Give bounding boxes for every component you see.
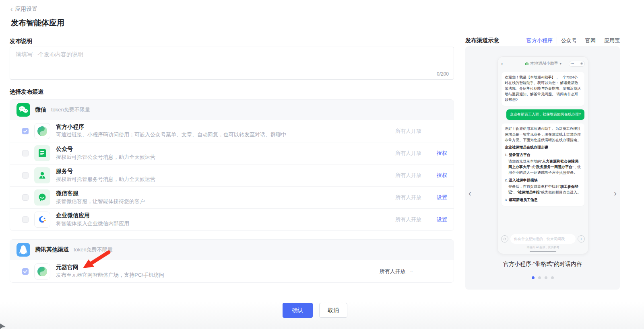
access-scope: 所有人开放 bbox=[395, 172, 421, 179]
agent-app-icon bbox=[34, 123, 50, 139]
access-scope: 所有人开放 bbox=[395, 194, 421, 201]
tab-mini-program[interactable]: 官方小程序 bbox=[522, 37, 557, 44]
channel-title: 公众号 bbox=[56, 145, 395, 153]
authorize-link[interactable]: 授权 bbox=[436, 172, 447, 179]
pagination-dot-3[interactable] bbox=[545, 276, 547, 279]
wechat-channel-card: 微信 token免费不限量 官方小程序 可通过链接、小程序码访问使用；可嵌入公众… bbox=[10, 99, 454, 231]
reply-intro: 您好！欢迎使用本地通AI助手。为新员工办理社保增员是一项常见业务，现在通过线上渠… bbox=[505, 126, 581, 143]
settings-link[interactable]: 设置 bbox=[436, 216, 447, 223]
channel-row-wechat-service: 微信客服 接管微信客服，让智能体接待您的客户 所有人开放 设置 bbox=[10, 186, 454, 208]
channel-desc: 接管微信客服，让智能体接待您的客户 bbox=[56, 198, 395, 206]
preview-header: 发布渠道示意 官方小程序 公众号 官网 应用宝 bbox=[465, 37, 620, 44]
channel-title: 官方小程序 bbox=[56, 123, 395, 131]
footer-bar: 确认 取消 bbox=[0, 302, 644, 329]
tab-official-account[interactable]: 公众号 bbox=[557, 37, 581, 44]
channel-row-official-account: 公众号 授权后可托管公众号消息，助力全天候运营 所有人开放 授权 bbox=[10, 142, 454, 164]
assistant-welcome-message: 欢迎您！我是【本地通AI助手】，一个7x24小时在线的智能助手。我可以为您： 解… bbox=[502, 72, 584, 106]
phone-mockup: ‹ 本地通AI小助手 ▾ ••• ◉ 欢迎您！我是【本地通AI助手】，一个7x2… bbox=[497, 56, 588, 254]
checkbox-official-account[interactable] bbox=[22, 150, 29, 156]
publish-agent-page: ‹ 应用设置 发布智能体应用 发布说明 0/200 选择发布渠道 微信 toke… bbox=[0, 0, 644, 329]
preview-caption: 官方小程序-“带格式”的对话内容 bbox=[465, 261, 620, 268]
preview-title: 发布渠道示意 bbox=[465, 37, 499, 44]
checkbox-service-account[interactable] bbox=[22, 172, 29, 179]
pagination-dot-1[interactable] bbox=[532, 276, 535, 279]
token-badge: token免费不限量 bbox=[74, 246, 113, 253]
reply-step-3: 3. 填写新增员工信息 bbox=[505, 197, 581, 203]
plus-icon[interactable]: + bbox=[578, 235, 585, 243]
qq-icon bbox=[17, 243, 30, 257]
phone-input-row: 你有什么想知道的，快来问问我 + bbox=[498, 232, 588, 244]
channel-desc: 可通过链接、小程序码访问使用；可嵌入公众号菜单、文章、自动回复，也可以转发至对话… bbox=[56, 131, 395, 139]
publish-note-input[interactable] bbox=[10, 47, 454, 70]
confirm-button[interactable]: 确认 bbox=[283, 303, 313, 318]
home-indicator bbox=[530, 251, 556, 252]
channel-title: 元器官网 bbox=[56, 263, 380, 271]
channel-desc: 将智能体接入企业微信内部应用 bbox=[56, 220, 395, 228]
pagination-dot-4[interactable] bbox=[551, 276, 554, 279]
wecom-icon bbox=[34, 212, 50, 228]
page-title: 发布智能体应用 bbox=[11, 18, 64, 28]
prev-preview-chevron[interactable]: ‹ bbox=[469, 189, 471, 197]
channel-desc: 发布至元器官网智能体广场，支持PC/手机访问 bbox=[56, 271, 380, 279]
preview-pagination bbox=[465, 276, 620, 279]
checkbox-wecom-app[interactable] bbox=[22, 216, 29, 223]
wechat-group-header: 微信 token免费不限量 bbox=[10, 100, 454, 120]
channels-label: 选择发布渠道 bbox=[10, 88, 43, 96]
phone-back-icon[interactable]: ‹ bbox=[501, 60, 503, 67]
agent-app-icon bbox=[34, 263, 50, 280]
reply-step-1: 1. 登录官方平台 请您首先登录本地的“人力资源和社会保障局网上办事大厅”或“政… bbox=[505, 152, 581, 176]
tencent-other-card: 腾讯其他渠道 token免费不限量 元器官网 发布至元器官网智能体广场，支持PC… bbox=[10, 239, 454, 283]
official-account-icon bbox=[34, 145, 50, 161]
checkbox-yuanqi-site[interactable] bbox=[22, 268, 29, 275]
pagination-dot-2[interactable] bbox=[538, 276, 541, 279]
reply-step-2: 2. 进入社保申报模块 登录后，在首页或菜单栏中找到“职工参保登记”、“社保增员… bbox=[505, 178, 581, 195]
next-preview-chevron[interactable]: › bbox=[614, 189, 617, 197]
channel-row-yuanqi-site: 元器官网 发布至元器官网智能体广场，支持PC/手机访问 所有人开放 ⌄ bbox=[10, 260, 454, 282]
channel-title: 微信客服 bbox=[56, 189, 395, 197]
tab-yingyongbao[interactable]: 应用宝 bbox=[600, 37, 620, 44]
access-scope: 所有人开放 bbox=[395, 150, 421, 157]
cancel-button[interactable]: 取消 bbox=[319, 303, 347, 318]
preview-panel: ‹ › ‹ 本地通AI小助手 ▾ ••• ◉ 欢迎您！我是【本地通AI助手】，一… bbox=[465, 46, 620, 290]
tencent-group-header: 腾讯其他渠道 token免费不限量 bbox=[10, 240, 454, 260]
user-message: 企业有新员工入职，社保增员如何在线办理? bbox=[506, 109, 584, 120]
channel-title: 企业微信应用 bbox=[56, 212, 395, 220]
back-to-app-settings[interactable]: ‹ 应用设置 bbox=[10, 6, 37, 13]
channel-row-service-account: 服务号 授权后可托管服务号消息，助力全天候运营 所有人开放 授权 bbox=[10, 164, 454, 186]
settings-link[interactable]: 设置 bbox=[436, 194, 447, 201]
service-account-icon bbox=[34, 167, 50, 183]
cursor-artifact bbox=[0, 323, 7, 329]
more-icon: ••• bbox=[571, 62, 574, 65]
chat-area: 欢迎您！我是【本地通AI助手】，一个7x24小时在线的智能助手。我可以为您： 解… bbox=[498, 70, 588, 232]
phone-header: ‹ 本地通AI小助手 ▾ ••• ◉ bbox=[498, 57, 588, 70]
assistant-avatar-icon bbox=[524, 62, 528, 66]
close-target-icon: ◉ bbox=[580, 62, 583, 65]
preview-tabs: 官方小程序 公众号 官网 应用宝 bbox=[522, 37, 620, 44]
channel-desc: 授权后可托管服务号消息，助力全天候运营 bbox=[56, 176, 395, 183]
access-scope: 所有人开放 bbox=[395, 216, 421, 223]
chevron-down-icon: ⌄ bbox=[410, 269, 413, 273]
access-scope-value: 所有人开放 bbox=[380, 268, 406, 275]
char-counter: 0/200 bbox=[437, 71, 449, 77]
back-chevron-icon: ‹ bbox=[10, 6, 12, 12]
token-badge: token免费不限量 bbox=[51, 106, 90, 113]
phone-chat-input[interactable]: 你有什么想知道的，快来问问我 bbox=[510, 234, 576, 244]
group-name: 微信 bbox=[35, 106, 46, 113]
authorize-link[interactable]: 授权 bbox=[436, 150, 447, 157]
channel-desc: 授权后可托管公众号消息，助力全天候运营 bbox=[56, 154, 395, 161]
checkbox-mini-program[interactable] bbox=[22, 128, 29, 134]
wechat-icon bbox=[17, 103, 30, 117]
wechat-service-icon bbox=[34, 189, 50, 206]
publish-note-box: 0/200 bbox=[10, 47, 454, 80]
voice-input-icon[interactable] bbox=[501, 235, 508, 243]
access-scope: 所有人开放 bbox=[395, 127, 421, 135]
assistant-name: 本地通AI小助手 bbox=[530, 61, 558, 66]
channel-title: 服务号 bbox=[56, 167, 395, 175]
access-scope-dropdown[interactable]: 所有人开放 ⌄ bbox=[380, 268, 413, 275]
back-label: 应用设置 bbox=[15, 6, 37, 13]
checkbox-wechat-service[interactable] bbox=[22, 194, 29, 201]
reply-heading: 企业社保增员在线办理步骤 bbox=[505, 145, 581, 150]
miniprogram-capsule[interactable]: ••• ◉ bbox=[569, 61, 585, 67]
ai-disclaimer: 内容由 AI 生成，仅供参考 bbox=[498, 245, 588, 249]
tab-website[interactable]: 官网 bbox=[581, 37, 600, 44]
